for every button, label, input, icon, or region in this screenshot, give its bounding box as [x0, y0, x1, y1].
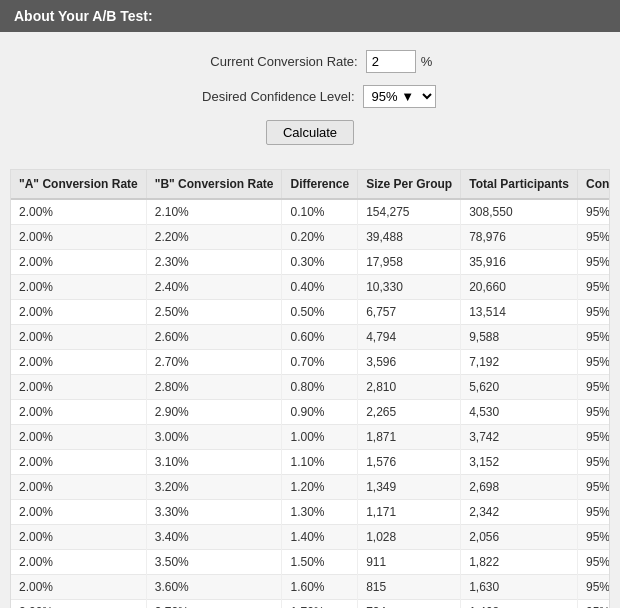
- table-cell: 1.70%: [282, 600, 358, 609]
- table-cell: 1,871: [358, 425, 461, 450]
- table-cell: 3.70%: [146, 600, 282, 609]
- table-cell: 2.00%: [11, 475, 146, 500]
- table-row: 2.00%3.50%1.50%9111,82295%: [11, 550, 610, 575]
- table-cell: 1.10%: [282, 450, 358, 475]
- table-cell: 95%: [577, 475, 610, 500]
- table-row: 2.00%3.20%1.20%1,3492,69895%: [11, 475, 610, 500]
- table-cell: 2.00%: [11, 325, 146, 350]
- table-cell: 0.70%: [282, 350, 358, 375]
- col-a-rate: "A" Conversion Rate: [11, 170, 146, 199]
- table-cell: 7,192: [461, 350, 578, 375]
- table-cell: 0.10%: [282, 199, 358, 225]
- table-cell: 2.00%: [11, 375, 146, 400]
- table-cell: 0.50%: [282, 300, 358, 325]
- calculate-button[interactable]: Calculate: [266, 120, 354, 145]
- conversion-rate-input[interactable]: [366, 50, 416, 73]
- table-cell: 1.60%: [282, 575, 358, 600]
- table-cell: 2.00%: [11, 550, 146, 575]
- table-cell: 2.30%: [146, 250, 282, 275]
- table-cell: 1,468: [461, 600, 578, 609]
- table-cell: 9,588: [461, 325, 578, 350]
- table-cell: 95%: [577, 500, 610, 525]
- table-header-row: "A" Conversion Rate "B" Conversion Rate …: [11, 170, 610, 199]
- table-cell: 95%: [577, 450, 610, 475]
- confidence-level-row: Desired Confidence Level: 95% ▼ 90% 99%: [20, 85, 600, 108]
- col-difference: Difference: [282, 170, 358, 199]
- table-cell: 10,330: [358, 275, 461, 300]
- table-cell: 35,916: [461, 250, 578, 275]
- table-cell: 95%: [577, 550, 610, 575]
- table-row: 2.00%3.70%1.70%7341,46895%: [11, 600, 610, 609]
- table-row: 2.00%3.00%1.00%1,8713,74295%: [11, 425, 610, 450]
- table-cell: 17,958: [358, 250, 461, 275]
- table-cell: 308,550: [461, 199, 578, 225]
- table-cell: 2,810: [358, 375, 461, 400]
- table-cell: 1,630: [461, 575, 578, 600]
- conversion-rate-label: Current Conversion Rate:: [188, 54, 358, 69]
- table-cell: 0.40%: [282, 275, 358, 300]
- table-cell: 4,794: [358, 325, 461, 350]
- table-cell: 1.00%: [282, 425, 358, 450]
- table-cell: 3,596: [358, 350, 461, 375]
- table-cell: 734: [358, 600, 461, 609]
- confidence-level-select[interactable]: 95% ▼ 90% 99%: [363, 85, 436, 108]
- page-title: About Your A/B Test:: [14, 8, 153, 24]
- table-cell: 2,056: [461, 525, 578, 550]
- table-row: 2.00%3.30%1.30%1,1712,34295%: [11, 500, 610, 525]
- table-cell: 1,576: [358, 450, 461, 475]
- table-cell: 3.50%: [146, 550, 282, 575]
- table-row: 2.00%2.50%0.50%6,75713,51495%: [11, 300, 610, 325]
- table-cell: 911: [358, 550, 461, 575]
- table-cell: 2.00%: [11, 450, 146, 475]
- table-cell: 13,514: [461, 300, 578, 325]
- table-cell: 2.50%: [146, 300, 282, 325]
- table-cell: 2,342: [461, 500, 578, 525]
- table-cell: 95%: [577, 425, 610, 450]
- table-cell: 3.10%: [146, 450, 282, 475]
- table-cell: 3.60%: [146, 575, 282, 600]
- table-cell: 4,530: [461, 400, 578, 425]
- table-cell: 39,488: [358, 225, 461, 250]
- table-row: 2.00%3.10%1.10%1,5763,15295%: [11, 450, 610, 475]
- confidence-level-label: Desired Confidence Level:: [185, 89, 355, 104]
- results-table: "A" Conversion Rate "B" Conversion Rate …: [11, 170, 610, 608]
- table-cell: 95%: [577, 275, 610, 300]
- table-cell: 1.40%: [282, 525, 358, 550]
- table-cell: 2.00%: [11, 425, 146, 450]
- table-cell: 95%: [577, 250, 610, 275]
- table-cell: 95%: [577, 225, 610, 250]
- table-cell: 0.20%: [282, 225, 358, 250]
- table-cell: 2.00%: [11, 225, 146, 250]
- table-cell: 1.20%: [282, 475, 358, 500]
- table-cell: 3.30%: [146, 500, 282, 525]
- table-cell: 1,349: [358, 475, 461, 500]
- table-cell: 815: [358, 575, 461, 600]
- page-header: About Your A/B Test:: [0, 0, 620, 32]
- table-cell: 2.80%: [146, 375, 282, 400]
- table-cell: 0.80%: [282, 375, 358, 400]
- table-row: 2.00%2.80%0.80%2,8105,62095%: [11, 375, 610, 400]
- col-b-rate: "B" Conversion Rate: [146, 170, 282, 199]
- table-cell: 0.30%: [282, 250, 358, 275]
- table-cell: 0.60%: [282, 325, 358, 350]
- table-cell: 2.00%: [11, 250, 146, 275]
- table-cell: 2.00%: [11, 575, 146, 600]
- table-cell: 95%: [577, 400, 610, 425]
- table-cell: 3.40%: [146, 525, 282, 550]
- table-row: 2.00%2.40%0.40%10,33020,66095%: [11, 275, 610, 300]
- table-cell: 2,265: [358, 400, 461, 425]
- table-cell: 1.30%: [282, 500, 358, 525]
- table-cell: 95%: [577, 199, 610, 225]
- table-cell: 2.00%: [11, 300, 146, 325]
- col-size-per-group: Size Per Group: [358, 170, 461, 199]
- table-cell: 3.20%: [146, 475, 282, 500]
- table-cell: 3.00%: [146, 425, 282, 450]
- percent-unit: %: [421, 54, 433, 69]
- table-cell: 154,275: [358, 199, 461, 225]
- table-cell: 2.60%: [146, 325, 282, 350]
- table-cell: 95%: [577, 525, 610, 550]
- table-cell: 0.90%: [282, 400, 358, 425]
- table-cell: 2.00%: [11, 500, 146, 525]
- table-cell: 2.10%: [146, 199, 282, 225]
- table-row: 2.00%2.70%0.70%3,5967,19295%: [11, 350, 610, 375]
